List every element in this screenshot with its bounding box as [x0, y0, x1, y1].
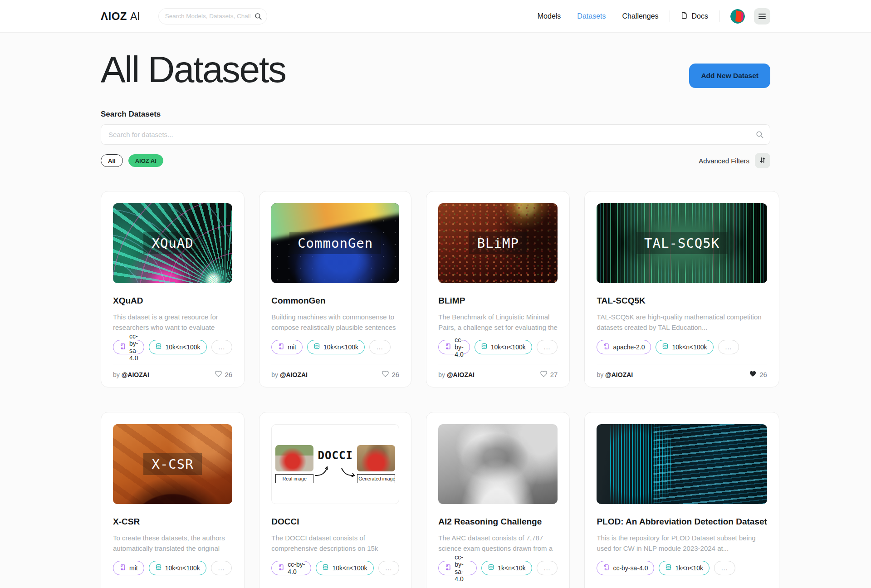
author-link[interactable]: by @AIOZAI: [271, 371, 308, 378]
license-label: cc-by-sa-4.0: [455, 554, 470, 583]
license-tag[interactable]: cc-by-4.0: [438, 340, 470, 354]
size-tag[interactable]: 10k<n<100k: [149, 340, 206, 354]
dataset-title: CommonGen: [271, 296, 399, 306]
global-search-input[interactable]: [158, 8, 267, 24]
tag-row: apache-2.0 10k<n<100k ...: [597, 340, 767, 354]
nav-item-models[interactable]: Models: [538, 12, 561, 20]
user-avatar[interactable]: [730, 9, 745, 24]
top-header: ΛIOZ AI ModelsDatasetsChallenges Docs: [0, 0, 871, 33]
dataset-cover-image: [438, 424, 558, 504]
license-scroll-icon: [119, 564, 126, 572]
aioz-logo[interactable]: ΛIOZ AI: [101, 10, 140, 23]
author-link[interactable]: by @AIOZAI: [597, 371, 633, 378]
docci-arrows: [313, 463, 357, 479]
dataset-card[interactable]: BLiMP BLiMP The Benchmark of Linguistic …: [426, 191, 570, 387]
author-prefix: by: [597, 371, 603, 378]
search-icon: [254, 12, 262, 22]
like-button[interactable]: 27: [540, 370, 558, 379]
dataset-card[interactable]: AI2 Reasoning Challenge The ARC dataset …: [426, 412, 570, 588]
size-label: 10k<n<100k: [323, 343, 358, 351]
dataset-title: AI2 Reasoning Challenge: [438, 517, 558, 527]
dataset-card[interactable]: CommonGen CommonGen Building machines wi…: [259, 191, 411, 387]
more-tags-pill[interactable]: ...: [211, 561, 232, 575]
filter-aioz-ai-pill[interactable]: AIOZ AI: [128, 154, 163, 167]
nav-item-challenges[interactable]: Challenges: [622, 12, 658, 20]
size-tag[interactable]: 10k<n<100k: [475, 340, 532, 354]
more-tags-pill[interactable]: ...: [537, 340, 558, 354]
size-tag[interactable]: 10k<n<100k: [149, 561, 206, 575]
generated-image-thumb: [357, 445, 395, 471]
license-tag[interactable]: cc-by-sa-4.0: [438, 561, 477, 575]
filter-row: All AIOZ AI Advanced Filters: [101, 153, 770, 168]
license-tag[interactable]: cc-by-4.0: [271, 561, 311, 575]
more-tags-pill[interactable]: ...: [378, 561, 400, 575]
size-tag[interactable]: 1k<n<10k: [481, 561, 532, 575]
dataset-title: TAL-SCQ5K: [597, 296, 767, 306]
size-tag[interactable]: 1k<n<10k: [659, 561, 710, 575]
dataset-search-input[interactable]: [101, 124, 770, 145]
filter-all-pill[interactable]: All: [101, 154, 123, 167]
card-footer: by @AIOZAI 27: [438, 370, 558, 379]
docs-link[interactable]: Docs: [681, 11, 708, 21]
license-tag[interactable]: mit: [271, 340, 303, 354]
dataset-description: To create these datasets, the authors au…: [113, 533, 232, 554]
heart-outline-icon: [382, 370, 389, 379]
title-row: All Datasets Add New Dataset: [101, 51, 770, 88]
dataset-card[interactable]: Real imageDOCCIGenerated image DOCCI The…: [259, 412, 411, 588]
size-tag[interactable]: 10k<n<100k: [307, 340, 365, 354]
size-tag[interactable]: 10k<n<100k: [316, 561, 373, 575]
add-new-dataset-button[interactable]: Add New Dataset: [689, 64, 770, 88]
license-label: cc-by-4.0: [288, 561, 305, 575]
header-divider: [670, 10, 670, 22]
dataset-description: Building machines with commonsense to co…: [271, 312, 399, 333]
author-link[interactable]: by @AIOZAI: [438, 371, 475, 378]
like-button[interactable]: 26: [382, 370, 400, 379]
database-icon: [155, 564, 162, 572]
card-divider: [597, 364, 767, 364]
dataset-card[interactable]: X-CSR X-CSR To create these datasets, th…: [101, 412, 245, 588]
real-image-label: Real image: [275, 474, 313, 483]
dataset-card[interactable]: TAL-SCQ5K TAL-SCQ5K TAL-SCQ5K are high-q…: [584, 191, 779, 387]
dataset-description: This is the repository for PLOD Dataset …: [597, 533, 767, 554]
more-tags-pill[interactable]: ...: [537, 561, 558, 575]
more-tags-pill[interactable]: ...: [714, 561, 735, 575]
search-datasets-label: Search Datasets: [101, 110, 770, 119]
header-divider: [719, 10, 719, 22]
dataset-search: [101, 124, 770, 145]
license-scroll-icon: [445, 343, 451, 351]
license-tag[interactable]: cc-by-sa-4.0: [113, 340, 144, 354]
dataset-cover-image: Real imageDOCCIGenerated image: [271, 424, 399, 504]
like-button[interactable]: 26: [215, 370, 233, 379]
author-link[interactable]: by @AIOZAI: [113, 371, 149, 378]
more-label: ...: [219, 343, 225, 351]
database-icon: [481, 343, 488, 351]
license-tag[interactable]: apache-2.0: [597, 340, 651, 354]
more-tags-pill[interactable]: ...: [369, 340, 391, 354]
like-button[interactable]: 26: [749, 370, 767, 379]
card-divider: [113, 364, 232, 364]
tag-row: mit 10k<n<100k ...: [271, 340, 399, 354]
size-tag[interactable]: 10k<n<100k: [656, 340, 713, 354]
license-tag[interactable]: mit: [113, 561, 144, 575]
like-count: 27: [550, 371, 558, 378]
database-icon: [662, 343, 669, 351]
nav-item-datasets[interactable]: Datasets: [577, 12, 606, 20]
license-tag[interactable]: cc-by-sa-4.0: [597, 561, 654, 575]
global-search: [158, 8, 267, 24]
size-label: 10k<n<100k: [165, 564, 200, 572]
license-label: apache-2.0: [613, 343, 645, 351]
more-label: ...: [725, 343, 732, 351]
sort-arrows-icon: [759, 157, 766, 165]
card-footer: by @AIOZAI 26: [597, 370, 767, 379]
dataset-card[interactable]: PLOD: An Abbreviation Detection Dataset …: [584, 412, 779, 588]
menu-button[interactable]: [754, 8, 770, 24]
more-tags-pill[interactable]: ...: [718, 340, 739, 354]
more-tags-pill[interactable]: ...: [211, 340, 233, 354]
cover-title-text: CommonGen: [289, 232, 381, 254]
more-label: ...: [377, 343, 383, 351]
advanced-filters-button[interactable]: [755, 153, 770, 168]
database-icon: [313, 343, 320, 351]
dataset-title: PLOD: An Abbreviation Detection Dataset: [597, 517, 767, 527]
dataset-card[interactable]: XQuAD XQuAD This dataset is a great reso…: [101, 191, 245, 387]
docci-right-column: Generated image: [357, 445, 395, 483]
